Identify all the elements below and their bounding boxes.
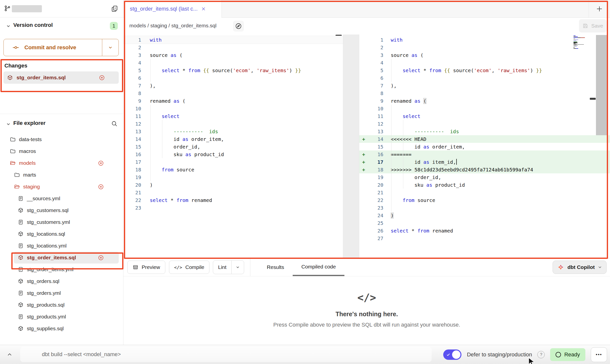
code-line[interactable]: 24) [359, 212, 610, 219]
tab-close-icon[interactable] [201, 6, 206, 11]
sidebar-item-stg-orders-yml[interactable]: stg_orders.yml [0, 287, 123, 299]
code-line[interactable]: 15 order_id, [123, 143, 343, 150]
tab-results[interactable]: Results [258, 258, 293, 276]
sidebar-item-models[interactable]: models [0, 157, 123, 169]
code-line[interactable]: 23 [359, 204, 610, 212]
new-tab-button[interactable] [589, 0, 610, 17]
sidebar-item-stg-products-sql[interactable]: stg_products.sql [0, 299, 123, 311]
more-options-button[interactable]: ••• [591, 347, 607, 362]
code-line[interactable]: 2 [359, 44, 610, 51]
branch-selector[interactable] [0, 0, 123, 17]
code-line[interactable]: 18 from source [123, 166, 343, 173]
changed-file-row[interactable]: stg_order_items.sql [3, 71, 119, 84]
sidebar-item-macros[interactable]: macros [0, 145, 123, 157]
code-line[interactable]: 3source as ( [123, 51, 343, 59]
compass-icon[interactable] [233, 21, 244, 32]
code-line[interactable]: 12 [359, 120, 610, 128]
lint-button[interactable]: Lint [213, 261, 231, 274]
sidebar-item-stg-customers-yml[interactable]: stg_customers.yml [0, 216, 123, 228]
code-line[interactable]: 11 select [123, 112, 343, 120]
code-line[interactable]: 21 [123, 189, 343, 196]
code-line[interactable]: 4 [123, 59, 343, 66]
code-line[interactable]: 7), [123, 82, 343, 89]
sidebar-item-data-tests[interactable]: data-tests [0, 133, 123, 145]
copy-icon[interactable] [111, 5, 118, 12]
status-badge[interactable]: Ready [550, 348, 585, 361]
sidebar-item-marts[interactable]: marts [0, 169, 123, 181]
code-line[interactable]: 3source as ( [359, 51, 610, 59]
sidebar-item-stg-order-items-sql[interactable]: stg_order_items.sql [14, 252, 119, 264]
defer-toggle[interactable] [443, 349, 461, 360]
code-line[interactable]: 5 select * from {{ source('ecom', 'raw_i… [359, 66, 610, 74]
help-icon[interactable]: ? [537, 351, 545, 358]
file-explorer-header[interactable]: File explorer [0, 119, 123, 130]
sidebar-item-stg-supplies-sql[interactable]: stg_supplies.sql [0, 323, 123, 334]
code-line[interactable]: 10 [359, 105, 610, 112]
code-line[interactable]: +17 id as item_id, [359, 158, 610, 166]
code-line[interactable]: 10 [123, 105, 343, 112]
code-line[interactable]: 14 id as order_item, [123, 135, 343, 143]
code-line[interactable]: 12 [123, 120, 343, 128]
commit-and-resolve-button[interactable]: Commit and resolve [3, 39, 119, 56]
dbt-copilot-button[interactable]: dbt Copilot [553, 261, 607, 274]
code-line[interactable]: 23 [123, 204, 343, 212]
code-line[interactable]: 8 [359, 89, 610, 97]
code-line[interactable]: 22 from source [359, 196, 610, 204]
version-control-header[interactable]: Version control 1 [0, 21, 123, 32]
code-pane-left[interactable]: 1with23source as (45 select * from {{ so… [123, 34, 343, 258]
sidebar-item-stg-products-yml[interactable]: stg_products.yml [0, 311, 123, 323]
code-line[interactable]: 27 [359, 234, 610, 242]
sidebar-item-stg-locations-yml[interactable]: stg_locations.yml [0, 240, 123, 252]
code-line[interactable]: 13 ---------- ids [359, 128, 610, 135]
code-line[interactable]: 4 [359, 59, 610, 66]
tab-compiled-code[interactable]: Compiled code [293, 258, 344, 276]
sidebar-item--sources-yml[interactable]: __sources.yml [0, 193, 123, 204]
code-line[interactable]: 15 id as order_item, [359, 143, 610, 150]
sidebar-item-stg-locations-sql[interactable]: stg_locations.sql [0, 228, 123, 240]
code-line[interactable]: 2 [123, 44, 343, 51]
code-line[interactable]: 8 [123, 89, 343, 97]
code-line[interactable]: 16 sku as product_id [123, 150, 343, 158]
command-input[interactable]: dbt build --select <model_name> [20, 347, 432, 362]
preview-button[interactable]: Preview [127, 261, 165, 274]
code-line[interactable]: 21 [359, 189, 610, 196]
code-line[interactable]: 26select * from renamed [359, 227, 610, 234]
code-line[interactable]: 20) [123, 181, 343, 189]
code-line[interactable]: 5 select * from {{ source('ecom', 'raw_i… [123, 66, 343, 74]
code-pane-right[interactable]: 1with23source as (45 select * from {{ so… [359, 34, 610, 258]
collapse-panel-icon[interactable] [6, 351, 13, 358]
code-line[interactable]: 6 [359, 74, 610, 82]
code-line[interactable]: 1with [123, 36, 343, 44]
tab-stg-order-items[interactable]: stg_order_items.sql (last c... [124, 0, 222, 18]
code-line[interactable]: 1with [359, 36, 610, 44]
code-line[interactable]: 9renamed as ( [359, 97, 610, 105]
code-line[interactable]: +16======= [359, 150, 610, 158]
code-line[interactable]: 11 select [359, 112, 610, 120]
code-line[interactable]: 19 order_id, [359, 173, 610, 181]
lint-options-caret[interactable] [231, 261, 244, 274]
code-line[interactable]: 25 [359, 219, 610, 227]
sidebar-item-stg-order-items-yml[interactable]: stg_order_items.yml [0, 264, 123, 275]
search-icon[interactable] [111, 120, 118, 127]
save-button[interactable]: Save [579, 19, 607, 33]
code-line[interactable]: +18>>>>>>> 58c1dd23d5eebd9cd2495fa7124ab… [359, 166, 610, 173]
code-line[interactable]: 17 [123, 158, 343, 166]
sidebar-item-stg-orders-sql[interactable]: stg_orders.sql [0, 275, 123, 287]
discard-change-icon[interactable] [98, 160, 104, 166]
code-editor[interactable]: 1with23source as (45 select * from {{ so… [123, 34, 610, 258]
code-line[interactable]: +14<<<<<<< HEAD [359, 135, 610, 143]
discard-change-icon[interactable] [98, 255, 104, 261]
code-line[interactable]: 22select * from renamed [123, 196, 343, 204]
sidebar-item-stg-customers-sql[interactable]: stg_customers.sql [0, 204, 123, 216]
commit-options-caret[interactable] [102, 39, 119, 56]
compile-button[interactable]: </> Compile [169, 261, 210, 274]
code-line[interactable]: 13 ---------- ids [123, 128, 343, 135]
sidebar-item-staging[interactable]: staging [0, 181, 123, 193]
code-line[interactable]: 20 sku as product_id [359, 181, 610, 189]
discard-change-icon[interactable] [98, 184, 104, 190]
discard-change-icon[interactable] [99, 75, 105, 81]
code-line[interactable]: 6 [123, 74, 343, 82]
code-line[interactable]: 9renamed as ( [123, 97, 343, 105]
code-line[interactable]: 7), [359, 82, 610, 89]
code-line[interactable]: 19 [123, 173, 343, 181]
